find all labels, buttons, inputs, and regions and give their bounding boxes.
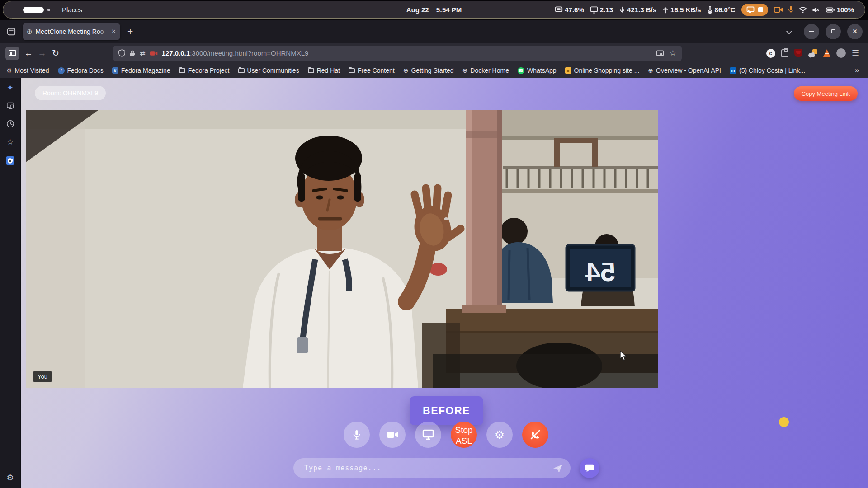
folder-icon <box>308 68 314 73</box>
browser-toolbar: ← → ↻ ⇄ 127.0.0.1:3000/meeting.html?room… <box>0 43 868 63</box>
sidebar-toggle-button[interactable] <box>5 47 19 60</box>
maximize-button[interactable] <box>826 24 841 39</box>
load-indicator: 2.13 <box>590 6 613 14</box>
list-tabs-chevron-icon[interactable] <box>786 28 792 34</box>
date-label: Aug 22 <box>406 6 429 14</box>
room-badge: Room: OHRNMXL9 <box>35 86 106 100</box>
copy-meeting-link-button[interactable]: Copy Meeting Link <box>794 86 858 101</box>
mic-toggle-button[interactable] <box>344 422 370 448</box>
ublock-extension-icon[interactable] <box>794 49 802 57</box>
battery-icon <box>826 6 835 14</box>
screen-share-indicator[interactable] <box>741 4 768 16</box>
colorzilla-extension-icon[interactable]: c <box>766 49 775 58</box>
tab-close-button[interactable]: ✕ <box>111 28 116 35</box>
password-extension-icon[interactable] <box>808 49 817 57</box>
mouse-cursor <box>619 350 628 361</box>
bookmarks-overflow-chevron[interactable]: » <box>855 66 859 75</box>
camera-permission-icon[interactable] <box>150 50 158 56</box>
globe-icon: ⊕ <box>27 28 33 36</box>
globe-icon: ⊕ <box>648 67 653 74</box>
bookmark-linkedin[interactable]: in(5) Chloy Costa | Link... <box>730 67 805 74</box>
hang-up-button[interactable] <box>522 422 548 448</box>
new-tab-button[interactable]: + <box>127 26 133 37</box>
meeting-page: Room: OHRNMXL9 Copy Meeting Link <box>21 78 868 488</box>
shopping-icon <box>565 67 571 74</box>
firefox-view-button[interactable] <box>4 24 19 39</box>
cast-icon <box>746 6 755 13</box>
menu-hamburger-icon[interactable]: ☰ <box>852 48 859 58</box>
vlc-cone-extension-icon[interactable] <box>823 49 830 57</box>
monitor-icon <box>590 6 598 14</box>
bookmark-getting-started[interactable]: ⊕Getting Started <box>403 67 454 74</box>
screen-share-button[interactable] <box>415 422 441 448</box>
bookmark-red-hat[interactable]: Red Hat <box>308 67 340 74</box>
browser-tab-bar: ⊕ MeetClone Meeting Roo ✕ + ✕ <box>0 20 868 43</box>
phone-slash-icon <box>529 429 541 441</box>
bookmark-docker-home[interactable]: ⊕Docker Home <box>462 67 509 74</box>
folder-icon <box>238 68 245 73</box>
security-extension-icon[interactable] <box>6 156 14 165</box>
time-label: 5:54 PM <box>436 6 462 14</box>
bookmark-free-content[interactable]: Free Content <box>349 67 395 74</box>
account-avatar[interactable] <box>836 48 846 58</box>
bookmark-star-icon[interactable]: ☆ <box>670 48 676 58</box>
battery-indicator: 100% <box>826 6 854 14</box>
sidebar-icon <box>9 50 16 56</box>
bookmark-most-visited[interactable]: ⚙Most Visited <box>6 67 49 74</box>
tab-title: MeetClone Meeting Roo <box>36 28 110 35</box>
workspace-dot <box>47 9 50 11</box>
self-name-label: You <box>33 371 52 382</box>
address-bar[interactable]: ⇄ 127.0.0.1:3000/meeting.html?room=OHRNM… <box>113 46 682 61</box>
url-text[interactable]: 127.0.0.1:3000/meeting.html?room=OHRNMXL… <box>162 49 652 57</box>
stop-asl-button[interactable]: Stop ASL <box>451 422 477 448</box>
bookmark-fedora-project[interactable]: Fedora Project <box>179 67 230 74</box>
mic-icon <box>352 429 362 440</box>
activities-indicator[interactable] <box>23 7 50 13</box>
camera-icon <box>387 430 398 439</box>
close-window-button[interactable]: ✕ <box>847 24 863 39</box>
lock-icon[interactable] <box>129 50 136 57</box>
bookmark-fedora-magazine[interactable]: Fedora Magazine <box>112 67 170 74</box>
paper-plane-icon <box>552 463 563 474</box>
system-top-bar: Places Aug 22 5:54 PM 47.6% 2.13 421.3 B… <box>0 0 868 20</box>
clock-menu[interactable]: Aug 22 5:54 PM <box>406 6 462 14</box>
synced-tabs-icon[interactable] <box>6 102 14 109</box>
minimize-button[interactable] <box>804 24 819 39</box>
globe-icon: ⊕ <box>403 67 409 74</box>
settings-button[interactable]: ⚙ <box>486 422 513 448</box>
places-menu[interactable]: Places <box>62 6 82 14</box>
linkedin-icon: in <box>730 67 736 74</box>
tab-meetclone[interactable]: ⊕ MeetClone Meeting Roo ✕ <box>23 23 120 40</box>
bookmarks-star-icon[interactable]: ☆ <box>7 138 14 146</box>
camera-toggle-button[interactable] <box>379 422 406 448</box>
net-down-indicator: 421.3 B/s <box>619 6 656 14</box>
globe-icon: ⊕ <box>462 67 468 74</box>
stop-share-icon[interactable] <box>758 7 763 12</box>
bookmark-whatsapp[interactable]: WhatsApp <box>518 67 557 74</box>
chat-message-input[interactable] <box>293 458 571 478</box>
bookmark-user-communities[interactable]: User Communities <box>238 67 299 74</box>
maximize-icon <box>831 29 835 33</box>
bookmark-online-shopping[interactable]: Online Shopping site ... <box>565 67 640 74</box>
reload-button[interactable]: ↻ <box>49 47 62 60</box>
extensions-puzzle-icon[interactable] <box>781 49 788 57</box>
ai-chatbot-sparkle-icon[interactable]: ✦ <box>7 84 13 92</box>
screenshot-icon[interactable] <box>656 50 664 56</box>
send-message-button[interactable] <box>552 463 563 474</box>
workspace-pill <box>23 7 44 13</box>
screen: Places Aug 22 5:54 PM 47.6% 2.13 421.3 B… <box>0 0 868 488</box>
chat-toggle-button[interactable] <box>580 458 599 478</box>
fedora-magazine-icon <box>112 67 118 74</box>
permissions-icon[interactable]: ⇄ <box>140 49 146 57</box>
volume-muted-icon <box>812 6 820 14</box>
forward-button[interactable]: → <box>35 47 49 60</box>
tracking-shield-icon[interactable] <box>118 49 125 57</box>
back-button[interactable]: ← <box>22 47 35 60</box>
whatsapp-icon <box>518 67 524 74</box>
history-clock-icon[interactable] <box>6 120 14 128</box>
sidebar-settings-gear-icon[interactable]: ⚙ <box>6 473 14 483</box>
bookmark-openai-api[interactable]: ⊕Overview - OpenAI API <box>648 67 721 74</box>
net-up-indicator: 16.5 KB/s <box>662 6 701 14</box>
bookmark-fedora-docs[interactable]: fFedora Docs <box>58 67 104 74</box>
system-tray[interactable]: 47.6% 2.13 421.3 B/s 16.5 KB/s 86.0°C <box>555 4 854 16</box>
